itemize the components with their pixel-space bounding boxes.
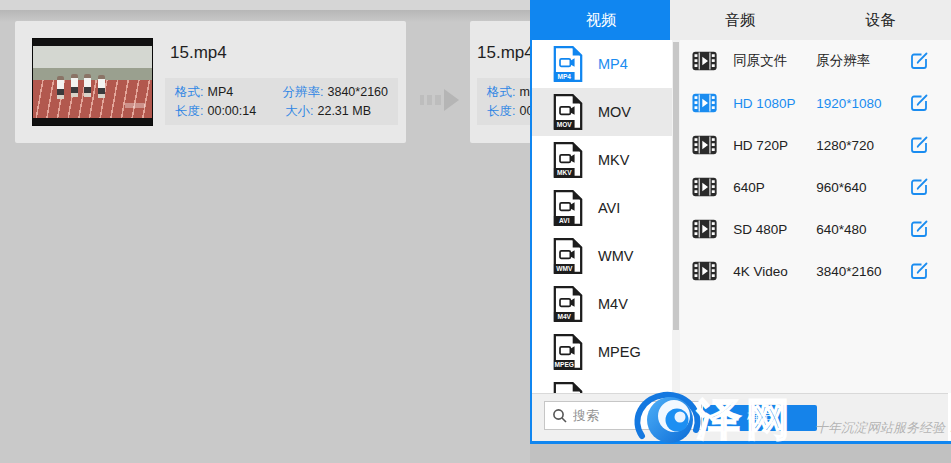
search-box[interactable] xyxy=(544,401,702,430)
quality-resolution: 原分辨率 xyxy=(816,52,909,70)
tab-device[interactable]: 设备 xyxy=(810,0,951,40)
transfer-arrow-icon xyxy=(419,89,461,115)
quality-resolution: 640*480 xyxy=(816,222,909,237)
format-item-partial[interactable] xyxy=(532,376,672,393)
format-label: WMV xyxy=(598,248,633,264)
format-label: MP4 xyxy=(598,56,628,72)
person-figure xyxy=(84,74,91,97)
duration-label: 长度: xyxy=(487,104,515,118)
thumbnail-watermark xyxy=(125,103,145,108)
file-type-icon: MP4 xyxy=(552,45,584,83)
film-strip-icon xyxy=(692,93,717,113)
svg-text:MKV: MKV xyxy=(557,169,572,176)
file-type-icon: WMV xyxy=(552,237,584,275)
edit-icon[interactable] xyxy=(909,177,929,197)
format-label: MPEG xyxy=(598,344,641,360)
output-format-panel: 视频 音频 设备 MP4 MP4 MOV M xyxy=(530,0,951,444)
file-type-icon xyxy=(552,381,584,393)
edit-icon[interactable] xyxy=(909,219,929,239)
format-list: MP4 MP4 MOV MOV MKV xyxy=(532,40,672,393)
quality-item-hd1080p[interactable]: HD 1080P 1920*1080 xyxy=(680,82,951,124)
thumbnail-scene xyxy=(33,46,152,118)
tab-video[interactable]: 视频 xyxy=(532,0,670,40)
panel-bottom-strip xyxy=(530,444,951,463)
video-thumbnail xyxy=(33,39,152,125)
format-item-mov[interactable]: MOV MOV xyxy=(532,88,672,136)
quality-name: SD 480P xyxy=(733,222,816,237)
search-input[interactable] xyxy=(573,402,699,429)
svg-text:M4V: M4V xyxy=(557,313,571,320)
source-file-card[interactable]: 15.mp4 格式:MP4 分辨率:3840*2160 长度:00:00:14 … xyxy=(15,21,406,143)
format-list-scrollbar[interactable] xyxy=(672,40,680,393)
film-strip-icon xyxy=(692,177,717,197)
panel-footer: 确定 xyxy=(532,393,948,441)
quality-item-sd480p[interactable]: SD 480P 640*480 xyxy=(680,208,951,250)
edit-icon[interactable] xyxy=(909,93,929,113)
film-strip-icon xyxy=(692,261,717,281)
edit-icon[interactable] xyxy=(909,135,929,155)
file-type-icon: MOV xyxy=(552,93,584,131)
quality-item-original[interactable]: 同原文件 原分辨率 xyxy=(680,40,951,82)
format-label: 格式: xyxy=(487,85,515,99)
svg-text:MOV: MOV xyxy=(557,121,573,128)
format-item-avi[interactable]: AVI AVI xyxy=(532,184,672,232)
file-info-box: 格式:MP4 分辨率:3840*2160 长度:00:00:14 大小:22.3… xyxy=(165,78,398,125)
quality-name: 同原文件 xyxy=(733,52,816,70)
film-strip-icon xyxy=(692,135,717,155)
format-label: 格式: xyxy=(175,85,203,99)
confirm-button[interactable]: 确定 xyxy=(703,405,817,431)
person-figure xyxy=(57,76,64,99)
format-item-mkv[interactable]: MKV MKV xyxy=(532,136,672,184)
format-item-wmv[interactable]: WMV WMV xyxy=(532,232,672,280)
format-item-mp4[interactable]: MP4 MP4 xyxy=(532,40,672,88)
film-strip-icon xyxy=(692,219,717,239)
file-type-icon: AVI xyxy=(552,189,584,227)
quality-list: 同原文件 原分辨率 HD 1080P 1920*1080 xyxy=(680,40,951,393)
scrollbar-thumb[interactable] xyxy=(673,42,679,330)
svg-text:AVI: AVI xyxy=(559,217,570,224)
search-icon xyxy=(552,408,568,424)
quality-item-4k[interactable]: 4K Video 3840*2160 xyxy=(680,250,951,292)
panel-tabs: 视频 音频 设备 xyxy=(532,0,951,40)
film-strip-icon xyxy=(692,51,717,71)
format-item-m4v[interactable]: M4V M4V xyxy=(532,280,672,328)
quality-resolution: 960*640 xyxy=(816,180,909,195)
svg-text:MP4: MP4 xyxy=(557,73,571,80)
file-title: 15.mp4 xyxy=(170,43,227,63)
quality-item-hd720p[interactable]: HD 720P 1280*720 xyxy=(680,124,951,166)
edit-icon[interactable] xyxy=(909,261,929,281)
person-figure xyxy=(71,74,78,97)
quality-resolution: 3840*2160 xyxy=(816,264,909,279)
format-label: AVI xyxy=(598,200,620,216)
tab-audio[interactable]: 音频 xyxy=(670,0,810,40)
file-type-icon: M4V xyxy=(552,285,584,323)
size-value: 22.31 MB xyxy=(317,104,371,118)
person-figure xyxy=(98,75,105,98)
format-label: MKV xyxy=(598,152,629,168)
resolution-value: 3840*2160 xyxy=(328,85,388,99)
format-item-mpeg[interactable]: MPEG MPEG xyxy=(532,328,672,376)
resolution-label: 分辨率: xyxy=(283,85,324,99)
format-label: MOV xyxy=(598,104,631,120)
quality-name: HD 1080P xyxy=(733,96,816,111)
quality-resolution: 1920*1080 xyxy=(816,96,909,111)
svg-text:WMV: WMV xyxy=(556,265,573,272)
running-track xyxy=(33,80,152,118)
quality-resolution: 1280*720 xyxy=(816,138,909,153)
format-value: MP4 xyxy=(207,85,233,99)
quality-item-640p[interactable]: 640P 960*640 xyxy=(680,166,951,208)
file-type-icon: MKV xyxy=(552,141,584,179)
quality-name: 4K Video xyxy=(733,264,816,279)
quality-name: 640P xyxy=(733,180,816,195)
quality-name: HD 720P xyxy=(733,138,816,153)
duration-value: 00:00:14 xyxy=(207,104,256,118)
duration-label: 长度: xyxy=(175,104,203,118)
file-type-icon: MPEG xyxy=(552,333,584,371)
size-label: 大小: xyxy=(285,104,313,118)
format-label: M4V xyxy=(598,296,628,312)
edit-icon[interactable] xyxy=(909,51,929,71)
svg-text:MPEG: MPEG xyxy=(555,361,574,368)
file-title: 15.mp4 xyxy=(477,43,534,63)
